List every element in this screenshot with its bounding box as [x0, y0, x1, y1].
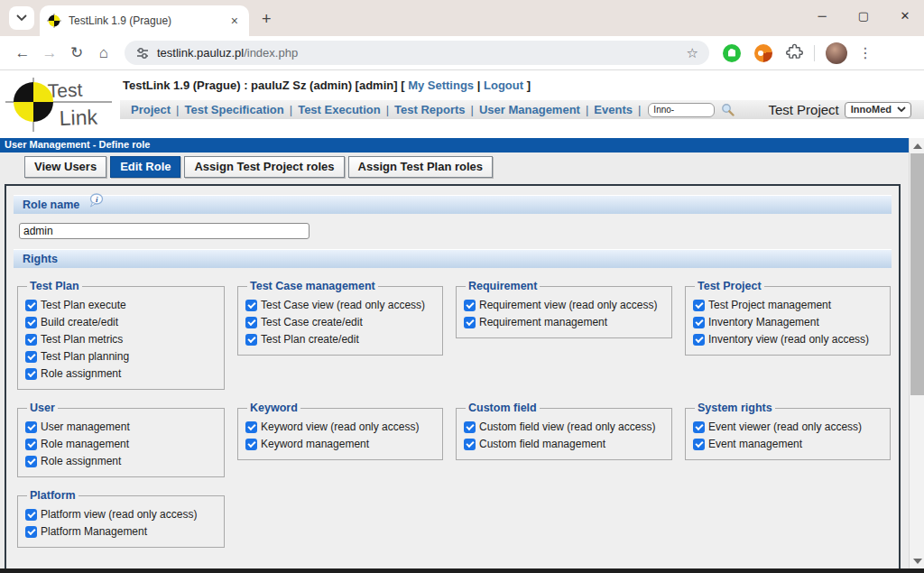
nav-test-execution[interactable]: Test Execution [298, 103, 381, 116]
right-label: Custom field view (read only access) [479, 421, 655, 433]
home-icon[interactable]: ⌂ [90, 44, 117, 62]
checkbox-checked-icon[interactable] [25, 421, 37, 433]
site-settings-icon[interactable] [135, 46, 150, 60]
right-item-inventory-view-read-only-access[interactable]: Inventory view (read only access) [693, 333, 882, 346]
close-button[interactable]: ✕ [899, 9, 911, 23]
checkbox-checked-icon[interactable] [25, 334, 37, 346]
checkbox-checked-icon[interactable] [693, 317, 705, 328]
back-icon[interactable]: ← [9, 44, 36, 62]
minimize-button[interactable]: ─ [816, 9, 828, 23]
vertical-scrollbar[interactable] [909, 138, 924, 573]
bookmark-star-icon[interactable]: ☆ [687, 45, 698, 61]
right-item-event-viewer-read-only-access[interactable]: Event viewer (read only access) [693, 421, 882, 433]
right-item-test-plan-metrics[interactable]: Test Plan metrics [25, 333, 217, 346]
rights-row: PlatformPlatform view (read only access)… [17, 489, 892, 548]
right-item-platform-management[interactable]: Platform Management [25, 525, 217, 538]
checkbox-checked-icon[interactable] [245, 334, 257, 346]
checkbox-checked-icon[interactable] [693, 334, 705, 346]
reload-icon[interactable]: ↻ [63, 43, 90, 62]
nav-test-specification[interactable]: Test Specification [184, 103, 283, 116]
url-bar[interactable]: testlink.pauluz.pl/index.php ☆ [125, 41, 709, 65]
right-item-test-case-create-edit[interactable]: Test Case create/edit [245, 316, 435, 328]
checkbox-checked-icon[interactable] [464, 300, 476, 311]
right-item-build-create-edit[interactable]: Build create/edit [25, 316, 217, 328]
right-item-requirement-management[interactable]: Requirement management [464, 316, 664, 328]
logout-link[interactable]: Logout [484, 79, 523, 92]
tab-view-users[interactable]: View Users [24, 156, 106, 178]
checkbox-checked-icon[interactable] [693, 439, 705, 450]
right-item-test-plan-execute[interactable]: Test Plan execute [25, 299, 217, 311]
info-icon[interactable]: i [88, 193, 104, 211]
nav-test-reports[interactable]: Test Reports [394, 103, 466, 116]
right-item-keyword-management[interactable]: Keyword management [245, 438, 435, 450]
testlink-header: Test Link TestLink 1.9 (Prague) : pauluZ… [0, 70, 924, 138]
test-project-select[interactable]: InnoMed [845, 102, 911, 118]
extension-green-icon[interactable] [723, 44, 741, 62]
search-magnifier-icon[interactable] [721, 103, 735, 116]
browser-menu-icon[interactable]: ⋮ [858, 44, 873, 61]
nav-user-management[interactable]: User Management [479, 103, 580, 116]
checkbox-checked-icon[interactable] [25, 368, 37, 380]
forward-icon[interactable]: → [36, 44, 63, 62]
tab-search-button[interactable] [9, 6, 34, 30]
checkbox-checked-icon[interactable] [464, 421, 476, 433]
checkbox-checked-icon[interactable] [245, 439, 257, 450]
checkbox-checked-icon[interactable] [25, 526, 37, 538]
tab-assign-test-project-roles[interactable]: Assign Test Project roles [184, 156, 344, 178]
role-name-title: Role name [23, 199, 79, 211]
right-item-custom-field-management[interactable]: Custom field management [464, 438, 664, 450]
right-item-platform-view-read-only-access[interactable]: Platform view (read only access) [25, 508, 217, 521]
checkbox-checked-icon[interactable] [464, 317, 476, 328]
right-label: User management [41, 421, 130, 433]
tab-edit-role[interactable]: Edit Role [110, 156, 180, 178]
checkbox-checked-icon[interactable] [25, 317, 37, 328]
checkbox-checked-icon[interactable] [25, 509, 37, 521]
checkbox-checked-icon[interactable] [25, 300, 37, 311]
url-text: testlink.pauluz.pl/index.php [157, 46, 298, 60]
maximize-button[interactable]: ▢ [857, 9, 870, 23]
tab-close-icon[interactable]: × [227, 14, 242, 28]
right-item-requirement-view-read-only-access[interactable]: Requirement view (read only access) [464, 299, 664, 311]
right-item-test-project-management[interactable]: Test Project management [693, 299, 882, 311]
right-item-role-management[interactable]: Role management [25, 438, 217, 450]
nav-separator: | [471, 103, 474, 116]
right-item-test-plan-planning[interactable]: Test Plan planning [25, 350, 217, 363]
right-item-user-management[interactable]: User management [25, 421, 217, 433]
new-tab-button[interactable]: + [262, 10, 272, 29]
tab-assign-test-plan-roles[interactable]: Assign Test Plan roles [348, 156, 493, 178]
checkbox-checked-icon[interactable] [245, 421, 257, 433]
right-item-inventory-management[interactable]: Inventory Management [693, 316, 882, 328]
browser-tab[interactable]: TestLink 1.9 (Prague) × [40, 5, 249, 36]
group-legend: Test Project [695, 280, 764, 292]
right-item-test-case-view-read-only-access[interactable]: Test Case view (read only access) [245, 299, 435, 311]
scrollbar-thumb[interactable] [910, 153, 924, 395]
extension-orange-icon[interactable] [754, 44, 772, 62]
profile-avatar[interactable] [826, 42, 847, 64]
right-label: Test Plan create/edit [261, 333, 359, 346]
checkbox-checked-icon[interactable] [693, 300, 705, 311]
checkbox-checked-icon[interactable] [464, 439, 476, 450]
right-item-custom-field-view-read-only-access[interactable]: Custom field view (read only access) [464, 421, 664, 433]
checkbox-checked-icon[interactable] [693, 421, 705, 433]
search-input[interactable] [648, 103, 715, 117]
my-settings-link[interactable]: My Settings [408, 79, 474, 92]
role-name-input[interactable] [19, 223, 310, 239]
checkbox-checked-icon[interactable] [25, 456, 37, 467]
right-item-role-assignment[interactable]: Role assignment [25, 367, 217, 380]
right-item-test-plan-create-edit[interactable]: Test Plan create/edit [245, 333, 435, 346]
right-item-role-assignment[interactable]: Role assignment [25, 455, 217, 467]
scroll-down-icon[interactable] [913, 559, 922, 564]
checkbox-checked-icon[interactable] [245, 300, 257, 311]
right-label: Inventory Management [708, 316, 819, 328]
nav-project[interactable]: Project [131, 103, 171, 116]
checkbox-checked-icon[interactable] [25, 351, 37, 363]
scroll-up-icon[interactable] [913, 143, 922, 149]
checkbox-checked-icon[interactable] [245, 317, 257, 328]
checkbox-checked-icon[interactable] [25, 439, 37, 450]
nav-events[interactable]: Events [594, 103, 633, 116]
right-item-keyword-view-read-only-access[interactable]: Keyword view (read only access) [245, 421, 435, 433]
group-requirement: RequirementRequirement view (read only a… [456, 280, 672, 338]
extensions-puzzle-icon[interactable] [786, 42, 803, 63]
right-item-event-management[interactable]: Event management [693, 438, 882, 450]
right-label: Platform Management [41, 525, 147, 538]
